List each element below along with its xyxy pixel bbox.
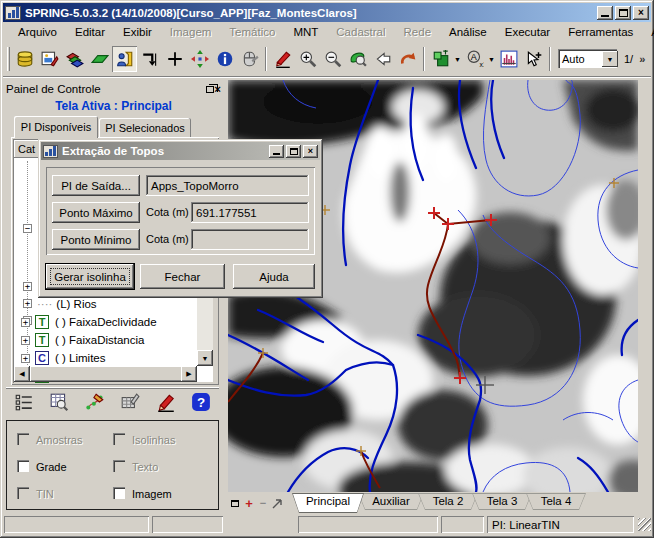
- scale-dropdown-icon[interactable]: ▼: [487, 46, 496, 72]
- arrange-screens-icon[interactable]: [270, 495, 284, 511]
- info-icon[interactable]: [212, 46, 237, 72]
- database-icon[interactable]: [12, 46, 37, 72]
- vector-edit-icon[interactable]: [85, 392, 105, 414]
- page-indicator: 1/: [624, 53, 633, 65]
- menu-ajuda[interactable]: Ajuda: [642, 24, 654, 40]
- menu-arquivo[interactable]: Arquivo: [9, 24, 66, 40]
- tab-principal[interactable]: Principal: [292, 493, 364, 513]
- status-pi-segment: PI: LinearTIN: [487, 516, 634, 533]
- cota-min-field[interactable]: [191, 229, 309, 250]
- eraser-pencil-icon[interactable]: [156, 392, 176, 414]
- list-view-icon[interactable]: [14, 392, 34, 414]
- resize-grip[interactable]: [638, 518, 651, 531]
- minimize-button[interactable]: [597, 6, 613, 20]
- scale-1x-icon[interactable]: Ax1: [462, 46, 487, 72]
- menu-ferramentas[interactable]: Ferramentas: [559, 24, 642, 40]
- zoom-out-icon[interactable]: [320, 46, 345, 72]
- tree-collapse-icon[interactable]: −: [23, 224, 32, 233]
- edit-pencil-icon[interactable]: [270, 46, 295, 72]
- toolbar: ▼ Ax1 ▼ Auto ▼ 1/ »: [3, 42, 651, 77]
- recompose-dropdown-icon[interactable]: ▼: [453, 46, 462, 72]
- svg-text:?: ?: [197, 395, 205, 410]
- checkbox-box: [113, 433, 126, 446]
- scroll-down-icon[interactable]: ▼: [197, 350, 213, 366]
- pi-de-saida-button[interactable]: PI de Saída...: [52, 175, 140, 196]
- fechar-button[interactable]: Fechar: [140, 264, 225, 289]
- help-icon[interactable]: ?: [191, 392, 211, 414]
- maximize-button[interactable]: [615, 6, 631, 20]
- tree-expand-icon[interactable]: +: [23, 282, 32, 291]
- scrollbar-thumb[interactable]: [30, 366, 183, 382]
- tab-tela4[interactable]: Tela 4: [526, 493, 586, 510]
- zoom-in-icon[interactable]: [295, 46, 320, 72]
- tree-item-limites[interactable]: +C ( ) Limites: [21, 349, 105, 367]
- menu-mnt[interactable]: MNT: [284, 24, 327, 40]
- ajuda-button[interactable]: Ajuda: [233, 264, 315, 289]
- dialog-title-bar[interactable]: Extração de Topos ×: [41, 142, 320, 160]
- menu-exibir[interactable]: Exibir: [114, 24, 161, 40]
- tree-expand-icon[interactable]: +: [23, 299, 32, 308]
- tab-tela2[interactable]: Tela 2: [418, 493, 478, 510]
- menu-executar[interactable]: Executar: [496, 24, 559, 40]
- pi-de-saida-field[interactable]: Apps_TopoMorro: [146, 175, 309, 196]
- cota-max-field[interactable]: 691.177551: [191, 202, 309, 223]
- histogram-icon[interactable]: [496, 46, 521, 72]
- add-point-icon[interactable]: [162, 46, 187, 72]
- status-segment: [441, 516, 484, 533]
- menu-editar[interactable]: Editar: [66, 24, 114, 40]
- remove-screen-icon[interactable]: −: [256, 495, 270, 511]
- dialog-maximize-button[interactable]: [286, 145, 301, 158]
- toolbar-handle[interactable]: [7, 47, 10, 71]
- tree-item-faixadistancia[interactable]: +T ( ) FaixaDistancia: [21, 331, 144, 349]
- checkbox-isolinhas: Isolinhas: [113, 433, 175, 446]
- ponto-minimo-button[interactable]: Ponto Mínimo: [52, 229, 140, 250]
- panel-float-icon[interactable]: [202, 84, 214, 95]
- person-session-icon[interactable]: [112, 46, 137, 72]
- table-edit-icon[interactable]: [120, 392, 140, 414]
- vector-plane-icon[interactable]: [87, 46, 112, 72]
- scroll-right-icon[interactable]: ▶: [181, 366, 197, 382]
- ponto-maximo-button[interactable]: Ponto Máximo: [52, 202, 140, 223]
- cota-max-label: Cota (m): [146, 206, 189, 218]
- mouse-device-icon[interactable]: [237, 46, 262, 72]
- tab-auxiliar[interactable]: Auxiliar: [358, 493, 424, 510]
- checkbox-grade[interactable]: Grade: [17, 460, 67, 473]
- apply-arrow-icon[interactable]: [137, 46, 162, 72]
- checkbox-tin: TIN: [17, 487, 54, 500]
- dialog-close-button[interactable]: ×: [303, 145, 318, 158]
- active-screen-label: Tela Ativa : Principal: [6, 99, 221, 113]
- display-options-group: Amostras Isolinhas Grade Texto TIN Image…: [6, 420, 219, 510]
- application-window: SPRING-5.0.3.2 (14/10/2008)[Curso_APP][F…: [0, 0, 654, 538]
- image-registration-icon[interactable]: [37, 46, 62, 72]
- pan-move-icon[interactable]: [187, 46, 212, 72]
- tree-item-faixadeclividade[interactable]: +T ( ) FaixaDeclividade: [21, 313, 157, 331]
- table-zoom-icon[interactable]: [49, 392, 69, 414]
- tab-tela3[interactable]: Tela 3: [472, 493, 532, 510]
- chevron-down-icon[interactable]: ▼: [602, 51, 618, 67]
- recompose-icon[interactable]: [428, 46, 453, 72]
- close-button[interactable]: ×: [633, 6, 649, 20]
- menu-cadastral: Cadastral: [327, 24, 394, 40]
- checkbox-box[interactable]: [17, 460, 30, 473]
- previous-icon[interactable]: [370, 46, 395, 72]
- auto-scale-combobox[interactable]: Auto ▼: [558, 49, 618, 69]
- checkbox-box[interactable]: [113, 487, 126, 500]
- tab-pi-disponiveis[interactable]: PI Disponíveis: [14, 116, 98, 138]
- layers-icon[interactable]: [62, 46, 87, 72]
- dialog-title: Extração de Topos: [62, 145, 164, 157]
- scroll-left-icon[interactable]: ◀: [14, 366, 30, 382]
- zoom-area-icon[interactable]: [345, 46, 370, 72]
- tab-pi-selecionados[interactable]: PI Selecionados: [99, 118, 191, 138]
- extracao-de-topos-dialog[interactable]: Extração de Topos × PI de Saída... Apps_…: [38, 139, 323, 298]
- toolbar-overflow-icon[interactable]: »: [639, 53, 644, 65]
- undo-icon[interactable]: [395, 46, 420, 72]
- dialog-minimize-button[interactable]: [269, 145, 284, 158]
- panel-icon-row: ?: [6, 388, 219, 416]
- menu-analise[interactable]: Análise: [440, 24, 496, 40]
- checkbox-imagem[interactable]: Imagem: [113, 487, 172, 500]
- tree-horizontal-scrollbar[interactable]: ◀ ▶: [14, 366, 197, 382]
- screen-window-icon[interactable]: [228, 495, 242, 511]
- gerar-isolinha-button[interactable]: Gerar isolinha: [46, 264, 134, 289]
- add-screen-icon[interactable]: +: [242, 495, 256, 511]
- cursor-add-icon[interactable]: [521, 46, 546, 72]
